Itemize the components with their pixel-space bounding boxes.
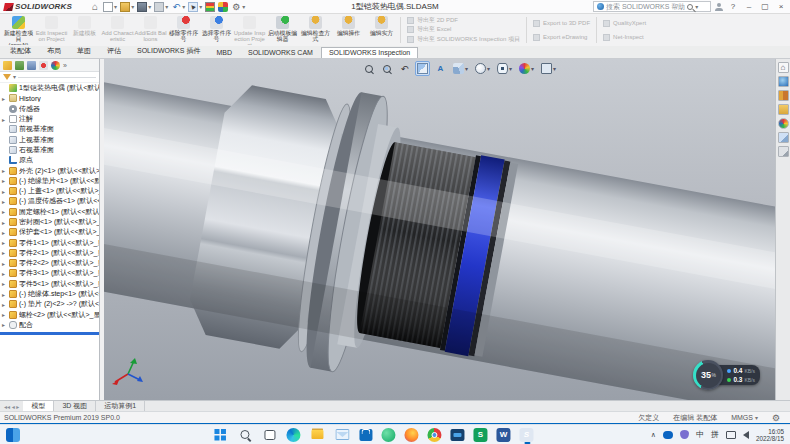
tree-item[interactable]: 原点 — [0, 155, 99, 165]
edge-icon[interactable] — [286, 428, 300, 442]
expand-arrow-icon[interactable]: ▸ — [2, 270, 7, 277]
export-menu-item[interactable]: QualityXpert — [603, 20, 646, 27]
hud-button[interactable]: ▾ — [495, 61, 514, 76]
ribbon-button[interactable]: 新建模板 — [68, 15, 101, 45]
tree-item[interactable]: ▸ 外壳 (2)<1> (默认<<默认>_显示状 — [0, 165, 99, 175]
performance-monitor-widget[interactable]: 35 % 0.4 KB/s 0.3 KB/s — [693, 360, 760, 390]
command-tab[interactable]: SOLIDWORKS CAM — [240, 47, 321, 58]
ribbon-button[interactable]: Add Characteristic — [101, 15, 134, 45]
home-icon[interactable] — [778, 62, 789, 73]
command-tab[interactable]: SOLIDWORKS Inspection — [321, 47, 418, 58]
ribbon-button[interactable]: 新建检查项目 (amp;N) — [2, 15, 35, 45]
security-icon[interactable] — [680, 430, 689, 439]
filter-caret-icon[interactable]: ▾ — [13, 74, 16, 80]
tree-item[interactable]: ▸ (-) 绝缘垫片<1> (默认<<默认>_显 — [0, 176, 99, 186]
tree-item[interactable]: ▸ History — [0, 93, 99, 103]
solidworks-icon[interactable] — [519, 428, 533, 442]
feature-manager-tab-icon[interactable] — [3, 61, 12, 70]
ribbon-button[interactable]: 编辑实方 — [365, 15, 398, 45]
expand-arrow-icon[interactable]: ▸ — [2, 95, 7, 102]
ribbon-button[interactable]: 编辑操作 — [332, 15, 365, 45]
quick-access-button[interactable]: ▾ — [103, 2, 117, 12]
explorer-icon[interactable] — [309, 427, 325, 443]
hud-button[interactable] — [433, 61, 448, 76]
quick-access-button[interactable] — [205, 2, 215, 12]
filter-input[interactable] — [18, 77, 96, 78]
chrome-icon[interactable] — [427, 428, 441, 442]
tree-item[interactable]: 前视基准面 — [0, 124, 99, 134]
expand-arrow-icon[interactable]: ▸ — [2, 219, 7, 226]
tree-item[interactable]: ▸ (-) 温度传感器<1> (默认<<默认>_ — [0, 196, 99, 206]
tree-item[interactable]: ▸ 保护套<1> (默认<<默认>_显示状 — [0, 227, 99, 237]
minimize-button[interactable]: – — [743, 2, 755, 11]
quick-access-button[interactable]: ▾ — [137, 2, 151, 12]
quick-access-button[interactable] — [218, 2, 228, 12]
ribbon-button[interactable]: Add/Edit Balloons — [134, 15, 167, 45]
solidworks-logo[interactable]: SOLIDWORKS — [0, 2, 76, 11]
tray-chevron-icon[interactable]: ∧ — [651, 431, 656, 439]
more-tabs-icon[interactable]: » — [63, 62, 67, 69]
tree-item[interactable]: ▸ 零件1<1> (默认<<默认>_显示状 — [0, 237, 99, 247]
tree-item[interactable]: ▸ 密封圈<1> (默认<<默认>_显示状 — [0, 217, 99, 227]
design-library-icon[interactable] — [778, 90, 789, 101]
display-manager-tab-icon[interactable] — [51, 61, 60, 70]
tree-item[interactable]: ▸ 零件2<1> (默认<<默认>_显示状 — [0, 248, 99, 258]
quick-access-button[interactable]: ▾ — [188, 2, 202, 12]
command-tab[interactable]: 装配体 — [2, 44, 39, 58]
command-tab[interactable]: 布局 — [39, 44, 69, 58]
taskview-icon[interactable] — [261, 427, 277, 443]
ribbon-button[interactable]: 选择零件序号 — [200, 15, 233, 45]
tree-item[interactable]: 上视基准面 — [0, 134, 99, 144]
taskbar-clock[interactable]: 16:05 2022/8/15 — [756, 428, 784, 442]
search-caret-icon[interactable]: ▾ — [695, 4, 698, 10]
document-tab[interactable]: 3D 视图 — [54, 401, 96, 411]
tree-item[interactable]: ▸ 注解 — [0, 114, 99, 124]
tree-item[interactable]: 右视基准面 — [0, 145, 99, 155]
expand-arrow-icon[interactable]: ▸ — [2, 301, 7, 308]
document-tab[interactable]: 模型 — [23, 401, 54, 411]
hud-button[interactable]: ▾ — [539, 61, 558, 76]
export-menu-item[interactable]: Net-Inspect — [603, 34, 646, 41]
expand-arrow-icon[interactable]: ▸ — [2, 280, 7, 287]
quick-access-button[interactable]: ▾ — [171, 2, 185, 12]
expand-arrow-icon[interactable]: ▸ — [2, 249, 7, 256]
document-tab[interactable]: 运动算例1 — [96, 401, 145, 411]
tree-item[interactable]: ▸ 螺栓<2> (默认<<默认>_显示状态 — [0, 310, 99, 320]
units-selector[interactable]: MMGS ▾ — [731, 414, 758, 421]
expand-arrow-icon[interactable]: ▸ — [2, 291, 7, 298]
store-icon[interactable] — [359, 429, 372, 441]
view-palette-icon[interactable] — [778, 132, 789, 143]
expand-arrow-icon[interactable]: ▸ — [2, 167, 7, 174]
ime-mode-indicator[interactable]: 拼 — [711, 429, 719, 440]
custom-properties-icon[interactable] — [778, 146, 789, 157]
quick-access-button[interactable]: ▾ — [231, 2, 245, 12]
help-button[interactable]: ? — [727, 2, 739, 11]
export-menu-item[interactable]: Export eDrawing — [533, 34, 590, 41]
expand-arrow-icon[interactable]: ▸ — [2, 321, 7, 328]
ribbon-button[interactable]: Update Inspection Project — [233, 15, 266, 45]
tree-filter[interactable]: ▾ — [0, 72, 99, 83]
search-icon[interactable] — [236, 427, 252, 443]
hud-button[interactable]: ▾ — [451, 61, 470, 76]
tree-item[interactable]: ▸ 零件5<1> (默认<<默认>_显示状 — [0, 279, 99, 289]
start-icon[interactable] — [211, 427, 227, 443]
quick-access-button[interactable]: ▾ — [120, 2, 134, 12]
resources-icon[interactable] — [778, 76, 789, 87]
user-account-icon[interactable] — [715, 3, 723, 11]
file-explorer-icon[interactable] — [778, 104, 789, 115]
search-icon[interactable] — [687, 4, 693, 10]
tab-scroll-arrows[interactable]: ◂◂ ◂ ▸ — [0, 403, 23, 410]
quick-access-button[interactable] — [90, 2, 100, 12]
tree-item[interactable]: ▸ 零件3<1> (默认<<默认>_显示状 — [0, 268, 99, 278]
widgets-icon[interactable] — [6, 428, 20, 442]
wps-icon[interactable] — [473, 428, 487, 442]
quick-access-button[interactable]: ▾ — [154, 2, 168, 12]
command-tab[interactable]: 评估 — [99, 44, 129, 58]
hud-button[interactable]: ▾ — [473, 61, 492, 76]
graphics-viewport[interactable]: ▾ ▾ ▾ ▾ ▾ — [104, 59, 775, 400]
hud-button[interactable] — [379, 61, 394, 76]
ribbon-button[interactable]: Edit Inspection Project — [35, 15, 68, 45]
browser-360-icon[interactable] — [381, 428, 395, 442]
onedrive-icon[interactable] — [663, 431, 673, 439]
property-manager-tab-icon[interactable] — [15, 61, 24, 70]
